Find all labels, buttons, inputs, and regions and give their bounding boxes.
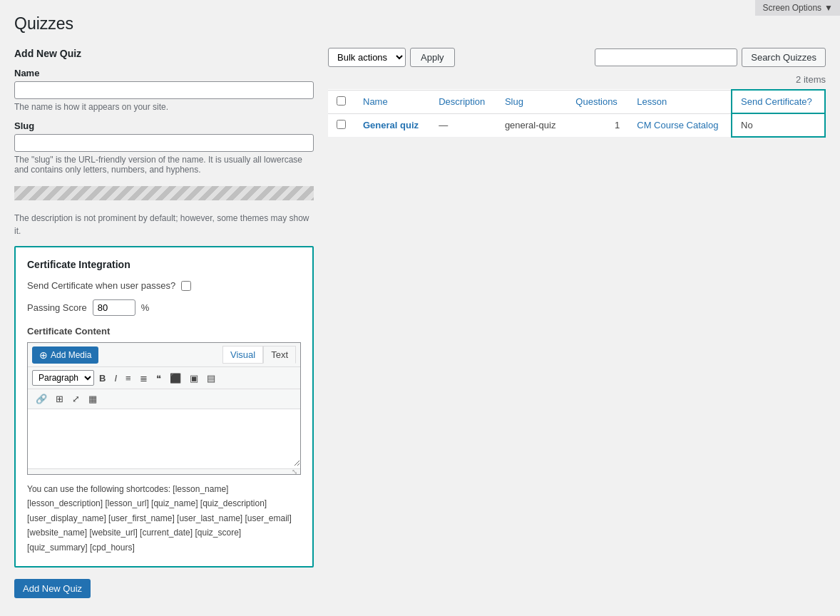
name-hint: The name is how it appears on your site. [14, 102, 314, 112]
right-column: Bulk actions Apply Search Quizzes 2 item… [328, 48, 826, 598]
slug-field-group: Slug The "slug" is the URL-friendly vers… [14, 120, 314, 175]
select-all-checkbox[interactable] [337, 96, 346, 106]
description-hint: The description is not prominent by defa… [14, 212, 314, 237]
add-new-quiz-heading: Add New Quiz [14, 48, 314, 59]
table-button[interactable]: ⊞ [52, 392, 67, 406]
resize-icon: ⤡ [292, 468, 297, 476]
name-label: Name [14, 68, 314, 78]
paragraph-select[interactable]: Paragraph [32, 370, 94, 386]
cert-integration-title: Certificate Integration [27, 259, 301, 270]
lesson-link[interactable]: CM Course Catalog [637, 120, 718, 130]
cert-content-label: Certificate Content [27, 326, 301, 337]
name-input[interactable] [14, 81, 314, 99]
table-top-bar: Bulk actions Apply Search Quizzes [328, 48, 826, 67]
tab-text[interactable]: Text [263, 346, 296, 364]
editor-top-bar: ⊕ Add Media Visual Text [28, 343, 300, 367]
align-left-button[interactable]: ⬛ [166, 371, 185, 385]
bulk-actions-area: Bulk actions Apply [328, 48, 455, 67]
items-count: 2 items [328, 74, 826, 85]
add-media-label: Add Media [51, 350, 91, 360]
tab-visual[interactable]: Visual [222, 346, 263, 364]
plus-icon: ⊕ [39, 349, 48, 361]
cert-content-area: Certificate Content ⊕ Add Media Visual T… [27, 326, 301, 555]
slug-label: Slug [14, 120, 314, 131]
align-center-button[interactable]: ▣ [186, 371, 202, 385]
editor-resize-handle[interactable]: ⤡ [28, 468, 300, 474]
link-button[interactable]: 🔗 [32, 392, 51, 406]
row-questions-cell: 1 [567, 113, 628, 137]
editor-tabs: Visual Text [222, 346, 296, 364]
add-new-quiz-button[interactable]: Add New Quiz [14, 579, 91, 598]
row-checkbox-cell [328, 113, 354, 137]
bulk-actions-select[interactable]: Bulk actions [328, 48, 406, 67]
slug-hint: The "slug" is the URL-friendly version o… [14, 155, 314, 175]
editor-toolbar-row2: 🔗 ⊞ ⤢ ▦ [28, 389, 300, 409]
passing-score-label: Passing Score [27, 302, 87, 313]
chevron-down-icon: ▼ [824, 3, 833, 13]
bold-button[interactable]: B [96, 371, 109, 385]
quizzes-table: Name Description Slug Questions Lesson S… [328, 89, 826, 138]
col-header-lesson[interactable]: Lesson [628, 90, 732, 113]
row-send-certificate-cell: No [732, 113, 825, 137]
col-header-slug[interactable]: Slug [496, 90, 567, 113]
add-media-button[interactable]: ⊕ Add Media [32, 346, 98, 364]
search-quizzes-button[interactable]: Search Quizzes [742, 48, 826, 67]
col-header-questions[interactable]: Questions [567, 90, 628, 113]
screen-options-button[interactable]: Screen Options ▼ [755, 0, 840, 16]
kitchen-sink-button[interactable]: ▦ [85, 392, 101, 406]
slug-input[interactable] [14, 134, 314, 152]
row-slug-cell: general-quiz [496, 113, 567, 137]
search-area: Search Quizzes [595, 48, 826, 67]
table-header-row: Name Description Slug Questions Lesson S… [328, 90, 825, 113]
send-cert-row: Send Certificate when user passes? [27, 280, 301, 291]
certificate-integration-box: Certificate Integration Send Certificate… [14, 246, 314, 568]
send-cert-label: Send Certificate when user passes? [27, 280, 175, 291]
align-right-button[interactable]: ▤ [203, 371, 219, 385]
fullscreen-button[interactable]: ⤢ [68, 392, 83, 406]
editor-toolbar-row1: Paragraph B I ≡ ≣ ❝ ⬛ ▣ ▤ [28, 367, 300, 389]
shortcodes-info: You can use the following shortcodes: [l… [27, 482, 301, 555]
quiz-name-link[interactable]: General quiz [363, 120, 419, 130]
col-header-send-certificate[interactable]: Send Certificate? [732, 90, 825, 113]
col-header-description[interactable]: Description [430, 90, 496, 113]
unordered-list-button[interactable]: ≡ [122, 371, 135, 385]
table-row: General quiz — general-quiz 1 CM Course … [328, 113, 825, 137]
editor-textarea[interactable] [28, 409, 300, 466]
percent-label: % [141, 302, 150, 313]
zigzag-separator [14, 186, 314, 200]
send-cert-checkbox[interactable] [181, 281, 191, 291]
row-name-cell: General quiz [354, 113, 430, 137]
col-header-checkbox [328, 90, 354, 113]
name-field-group: Name The name is how it appears on your … [14, 68, 314, 112]
row-lesson-cell: CM Course Catalog [628, 113, 732, 137]
editor-area: ⊕ Add Media Visual Text Paragraph [27, 342, 301, 475]
col-header-name[interactable]: Name [354, 90, 430, 113]
apply-button[interactable]: Apply [410, 48, 455, 67]
search-input[interactable] [595, 48, 737, 66]
screen-options-label: Screen Options [762, 3, 821, 13]
row-checkbox[interactable] [337, 120, 346, 129]
italic-button[interactable]: I [111, 371, 121, 385]
add-new-quiz-section: Add New Quiz Name The name is how it app… [14, 48, 314, 175]
row-description-cell: — [430, 113, 496, 137]
left-column: Add New Quiz Name The name is how it app… [14, 48, 314, 598]
page-title: Quizzes [14, 14, 826, 34]
passing-score-input[interactable] [93, 299, 135, 316]
blockquote-button[interactable]: ❝ [153, 371, 165, 385]
passing-score-row: Passing Score % [27, 299, 301, 316]
ordered-list-button[interactable]: ≣ [136, 371, 151, 385]
